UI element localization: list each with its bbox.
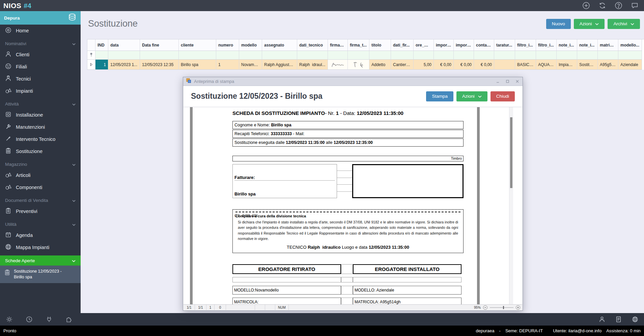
zoom-slider[interactable] (490, 306, 513, 309)
cell-matrico[interactable]: A95g51... (598, 60, 618, 70)
column-header-firma-t[interactable]: firma_t... (348, 39, 369, 51)
row-expander[interactable] (87, 60, 95, 70)
column-header-contant[interactable]: contant... (474, 39, 494, 51)
cell-cliente[interactable]: Birillo spa (179, 60, 216, 70)
cell-note-i[interactable]: Sostitui... (577, 60, 598, 70)
filter-cell-cliente[interactable] (179, 51, 216, 60)
add-circle-icon[interactable] (582, 2, 590, 9)
column-header-modello[interactable]: modello (239, 39, 262, 51)
column-header-modello[interactable]: modello... (618, 39, 642, 51)
chiudi-button[interactable]: Chiudi (491, 91, 515, 101)
firma-t-signature[interactable] (348, 60, 369, 70)
filter-cell-filtro-i[interactable] (536, 51, 557, 60)
sidebar-section-attivit[interactable]: Attività (0, 99, 81, 109)
sidebar-item-componenti[interactable]: Componenti (0, 181, 81, 193)
maximize-icon[interactable] (505, 79, 510, 84)
column-header-assegnato[interactable]: assegnato (262, 39, 297, 51)
sidebar-item-intervento-tecnico[interactable]: Intervento Tecnico (0, 133, 81, 145)
scrollbar-thumb[interactable] (510, 117, 512, 188)
globe-icon[interactable] (631, 316, 639, 323)
cell-dati-fir[interactable]: Cantiere... (391, 60, 414, 70)
column-header-matrico[interactable]: matrico... (598, 39, 618, 51)
plug-icon[interactable] (45, 316, 53, 323)
column-header-taratur[interactable]: taratur... (494, 39, 515, 51)
filter-cell-note-i[interactable] (577, 51, 598, 60)
sidebar-item-mappa-impianti[interactable]: Mappa Impianti (0, 241, 81, 253)
column-header-firma-cl[interactable]: firma_cl... (328, 39, 348, 51)
workspace-header[interactable]: Depura (0, 11, 81, 25)
modal-azioni-button[interactable]: Azioni (456, 91, 487, 101)
cell-dati-tecnico[interactable]: Ralph idraul... (297, 60, 328, 70)
modal-title-bar[interactable]: Anteprima di stampa (183, 77, 523, 86)
column-header-ore-ma[interactable]: ore_ma... (414, 39, 434, 51)
column-header-note-i[interactable]: note_i... (557, 39, 577, 51)
filter-cell-matrico[interactable] (598, 51, 618, 60)
sidebar-section-documenti-di-vendita[interactable]: Documenti di Vendita (0, 195, 81, 205)
filter-cell-import[interactable] (454, 51, 474, 60)
chat-icon[interactable] (631, 2, 639, 9)
report-icon[interactable] (615, 316, 622, 323)
filter-cell-firma-t[interactable] (348, 51, 369, 60)
sidebar-item-installazione[interactable]: Installazione (0, 109, 81, 121)
filter-cell-note-i[interactable] (557, 51, 577, 60)
filter-cell-modello[interactable] (618, 51, 642, 60)
nuovo-button[interactable]: Nuovo (546, 19, 571, 29)
filter-cell-numero[interactable] (216, 51, 239, 60)
zoom-out-icon[interactable] (483, 305, 487, 310)
cell-titolo[interactable]: Addetto (369, 60, 391, 70)
close-icon[interactable] (515, 79, 520, 84)
filter-cell-data-fine[interactable] (140, 51, 179, 60)
cell-ind[interactable]: 1 (95, 60, 108, 70)
column-header-data-fine[interactable]: Data fine (140, 39, 179, 51)
open-cards-header[interactable]: Schede Aperte (0, 255, 81, 266)
filter-cell-dati-fir[interactable] (391, 51, 414, 60)
cell-data-fine[interactable]: 12/05/2023 12:35 (140, 60, 179, 70)
column-header-filtro-i[interactable]: filtro_i... (515, 39, 536, 51)
document-scrollbar[interactable] (509, 107, 513, 304)
column-header-import[interactable]: import... (434, 39, 454, 51)
cell-modello[interactable]: Aziendale (618, 60, 642, 70)
filter-cell-data[interactable] (108, 51, 140, 60)
minimize-icon[interactable] (495, 79, 500, 84)
column-header-ind[interactable]: IND (95, 39, 108, 51)
filter-cell-assegnato[interactable] (262, 51, 297, 60)
filter-cell-import[interactable] (434, 51, 454, 60)
sidebar-item-impianti[interactable]: Impianti (0, 85, 81, 97)
column-header-filtro-i[interactable]: filtro_i... (536, 39, 557, 51)
cell-contant[interactable]: € 0,00 (474, 60, 494, 70)
zoom-in-icon[interactable] (516, 305, 520, 310)
column-header-note-i[interactable]: note_i... (577, 39, 598, 51)
sidebar-item-sostituzione[interactable]: Sostituzione (0, 145, 81, 157)
user-icon[interactable] (598, 316, 606, 323)
filter-cell-filtro-i[interactable] (515, 51, 536, 60)
sidebar-item-preventivi[interactable]: Preventivi (0, 205, 81, 217)
sidebar-item-manutenzioni[interactable]: Manutenzioni (0, 121, 81, 133)
cell-taratur[interactable] (494, 60, 515, 70)
column-header-titolo[interactable]: titolo (369, 39, 391, 51)
column-header-data[interactable]: data (108, 39, 140, 51)
sidebar-section-nominativi[interactable]: Nominativi (0, 38, 81, 49)
open-card-item[interactable]: Sostituzione 12/05/2023 - Birillo spa (0, 266, 81, 283)
column-header-dati-tecnico[interactable]: dati_tecnico (297, 39, 328, 51)
cell-numero[interactable]: 1 (216, 60, 239, 70)
sidebar-section-magazzino[interactable]: Magazzino (0, 159, 81, 169)
cell-data[interactable]: 12/05/2023 1... (108, 60, 140, 70)
column-header-numero[interactable]: numero (216, 39, 239, 51)
filter-cell-taratur[interactable] (494, 51, 515, 60)
column-header-dati-fir[interactable]: dati_fir... (391, 39, 414, 51)
refresh-icon[interactable] (598, 2, 606, 9)
archivi-button[interactable]: Archivi (608, 19, 640, 29)
firma-cl-signature[interactable] (328, 60, 348, 70)
cell-import[interactable]: € 0,00 (454, 60, 474, 70)
cell-assegnato[interactable]: Ralph Aggiustat... (262, 60, 297, 70)
history-clock-icon[interactable] (25, 316, 33, 323)
sidebar-item-articoli[interactable]: Articoli (0, 169, 81, 181)
filter-cell-contant[interactable] (474, 51, 494, 60)
filter-cell-ore-ma[interactable] (414, 51, 434, 60)
sidebar-item-tecnici[interactable]: Tecnici (0, 73, 81, 85)
cell-import[interactable]: € 0,00 (434, 60, 454, 70)
filter-cell-titolo[interactable] (369, 51, 391, 60)
filter-cell-modello[interactable] (239, 51, 262, 60)
cell-filtro-i[interactable]: AQUAS... (536, 60, 557, 70)
cell-ore-ma[interactable]: 5,00 (414, 60, 434, 70)
